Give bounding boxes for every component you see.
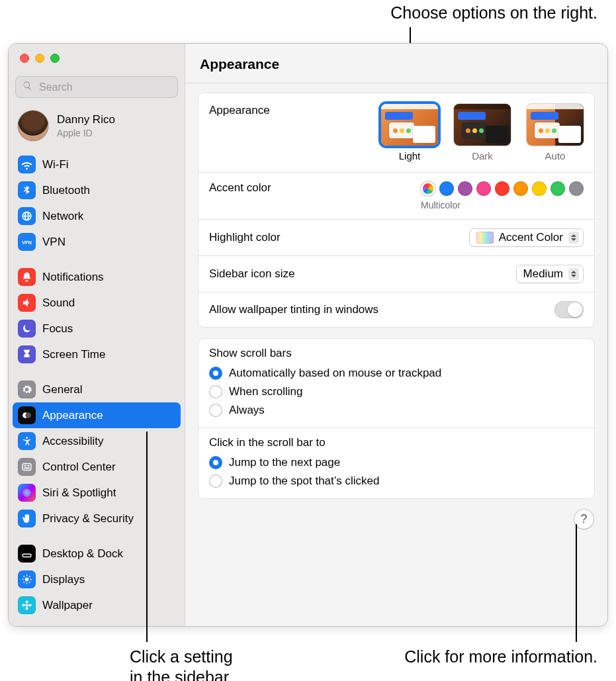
sidebar-item-label: General bbox=[42, 383, 82, 396]
scrollbars-option[interactable]: Automatically based on mouse or trackpad bbox=[209, 364, 584, 383]
sidebar-item-wifi[interactable]: Wi-Fi bbox=[13, 152, 181, 177]
page-title: Appearance bbox=[185, 44, 607, 83]
callout-top: Choose options on the right. bbox=[390, 3, 597, 23]
search-field[interactable] bbox=[15, 76, 178, 98]
avatar bbox=[18, 111, 48, 141]
sidebar-item-wallpaper[interactable]: Wallpaper bbox=[13, 592, 181, 618]
svg-point-8 bbox=[22, 488, 31, 497]
highlight-popup[interactable]: Accent Color bbox=[469, 228, 584, 247]
scrollbars-option[interactable]: When scrolling bbox=[209, 383, 584, 401]
scrollclick-option[interactable]: Jump to the next page bbox=[209, 453, 584, 472]
radio-label: Jump to the next page bbox=[229, 456, 340, 469]
scrollbars-title: Show scroll bars bbox=[209, 347, 584, 360]
window-controls bbox=[9, 44, 185, 72]
siri-icon bbox=[18, 484, 36, 502]
sidebar-item-vpn[interactable]: VPNVPN bbox=[13, 229, 181, 255]
sidebar-item-label: Privacy & Security bbox=[42, 512, 134, 525]
appearance-option-label: Light bbox=[399, 150, 421, 161]
sidebar-item-sound[interactable]: Sound bbox=[13, 290, 181, 316]
zoom-icon[interactable] bbox=[50, 54, 60, 63]
sidebar-item-bluetooth[interactable]: Bluetooth bbox=[13, 177, 181, 203]
scrollclick-option[interactable]: Jump to the spot that’s clicked bbox=[209, 472, 584, 490]
accent-swatch[interactable] bbox=[476, 181, 491, 196]
svg-rect-10 bbox=[23, 555, 30, 557]
accent-swatch[interactable] bbox=[532, 181, 547, 196]
svg-line-18 bbox=[29, 576, 30, 577]
tinting-toggle[interactable] bbox=[554, 301, 584, 318]
toggle-knob-icon bbox=[568, 302, 582, 317]
sidebar-item-label: Control Center bbox=[42, 461, 116, 474]
wifi-icon bbox=[18, 156, 36, 173]
vpn-icon: VPN bbox=[18, 233, 36, 251]
sidebar-item-displays[interactable]: Displays bbox=[13, 567, 181, 592]
accent-swatches bbox=[421, 181, 584, 196]
sidebar-item-label: Accessibility bbox=[42, 435, 104, 448]
appearance-thumb-icon bbox=[527, 104, 584, 146]
access-icon bbox=[18, 432, 36, 450]
scrollbars-radiogroup: Automatically based on mouse or trackpad… bbox=[209, 364, 584, 420]
sidebar-item-notifications[interactable]: Notifications bbox=[13, 264, 181, 290]
appearance-label: Appearance bbox=[209, 104, 328, 117]
sidebar-item-label: Wallpaper bbox=[42, 599, 93, 612]
scroll-panel: Show scroll bars Automatically based on … bbox=[198, 338, 595, 499]
apple-id-button[interactable]: Danny Rico Apple ID bbox=[9, 104, 185, 149]
help-button[interactable]: ? bbox=[574, 510, 594, 529]
callout-help: Click for more information. bbox=[404, 647, 597, 667]
appearance-option-light[interactable]: Light bbox=[381, 104, 438, 161]
sidebar-item-label: Focus bbox=[42, 322, 73, 336]
sidebar-item-desktop[interactable]: Desktop & Dock bbox=[13, 541, 181, 567]
sidebar-item-network[interactable]: Network bbox=[13, 203, 181, 229]
sidebar-size-popup[interactable]: Medium bbox=[516, 265, 584, 283]
scrollclick-title: Click in the scroll bar to bbox=[209, 436, 584, 449]
callout-line bbox=[410, 27, 411, 43]
radio-icon bbox=[209, 456, 222, 469]
sidebar-item-label: Screen Time bbox=[42, 348, 105, 361]
hourglass-icon bbox=[18, 345, 36, 363]
scrollbars-option[interactable]: Always bbox=[209, 401, 584, 420]
accent-swatch[interactable] bbox=[458, 181, 472, 196]
sidebar-item-general[interactable]: General bbox=[13, 377, 181, 402]
accent-swatch[interactable] bbox=[550, 181, 565, 196]
appearance-option-auto[interactable]: Auto bbox=[527, 104, 584, 161]
sidebar-item-focus[interactable]: Focus bbox=[13, 316, 181, 341]
svg-point-3 bbox=[26, 437, 28, 439]
accent-swatch[interactable] bbox=[495, 181, 509, 196]
sidebar-item-label: Sound bbox=[42, 296, 75, 310]
radio-icon bbox=[209, 385, 222, 398]
sidebar-item-accessibility[interactable]: Accessibility bbox=[13, 428, 181, 454]
sidebar-item-label: Notifications bbox=[42, 271, 104, 284]
svg-rect-5 bbox=[24, 465, 26, 467]
accent-caption: Multicolor bbox=[421, 200, 461, 210]
svg-point-24 bbox=[28, 604, 31, 606]
callout-line bbox=[576, 524, 577, 642]
search-input[interactable] bbox=[38, 81, 171, 94]
appearance-thumb-icon bbox=[454, 104, 511, 146]
appearance-icon bbox=[18, 406, 36, 424]
svg-rect-7 bbox=[24, 467, 30, 469]
sidebar-item-screentime[interactable]: Screen Time bbox=[13, 341, 181, 367]
accent-swatch[interactable] bbox=[569, 181, 584, 196]
bell-icon bbox=[18, 268, 36, 286]
appearance-option-label: Dark bbox=[472, 150, 493, 161]
sidebar-item-siri[interactable]: Siri & Spotlight bbox=[13, 480, 181, 506]
bluetooth-icon bbox=[18, 181, 36, 199]
sidebar-item-label: Desktop & Dock bbox=[42, 547, 123, 561]
accent-swatch[interactable] bbox=[439, 181, 454, 196]
settings-window: Danny Rico Apple ID Wi-FiBluetoothNetwor… bbox=[8, 43, 608, 627]
appearance-option-dark[interactable]: Dark bbox=[454, 104, 511, 161]
sidebar-item-label: Wi-Fi bbox=[42, 158, 69, 171]
sidebar-item-label: Displays bbox=[42, 573, 85, 586]
svg-text:VPN: VPN bbox=[22, 240, 32, 246]
minimize-icon[interactable] bbox=[35, 54, 44, 63]
sidebar-item-appearance[interactable]: Appearance bbox=[13, 402, 181, 428]
sidebar-item-privacy[interactable]: Privacy & Security bbox=[13, 506, 181, 531]
svg-point-23 bbox=[22, 604, 24, 606]
sidebar-item-controlcenter[interactable]: Control Center bbox=[13, 454, 181, 480]
close-icon[interactable] bbox=[20, 54, 29, 63]
sidebar-item-label: Bluetooth bbox=[42, 184, 90, 197]
accent-swatch[interactable] bbox=[513, 181, 528, 196]
radio-label: Jump to the spot that’s clicked bbox=[229, 475, 379, 488]
accent-swatch[interactable] bbox=[421, 181, 435, 196]
cc-icon bbox=[18, 458, 36, 476]
chevron-updown-icon bbox=[568, 232, 579, 244]
